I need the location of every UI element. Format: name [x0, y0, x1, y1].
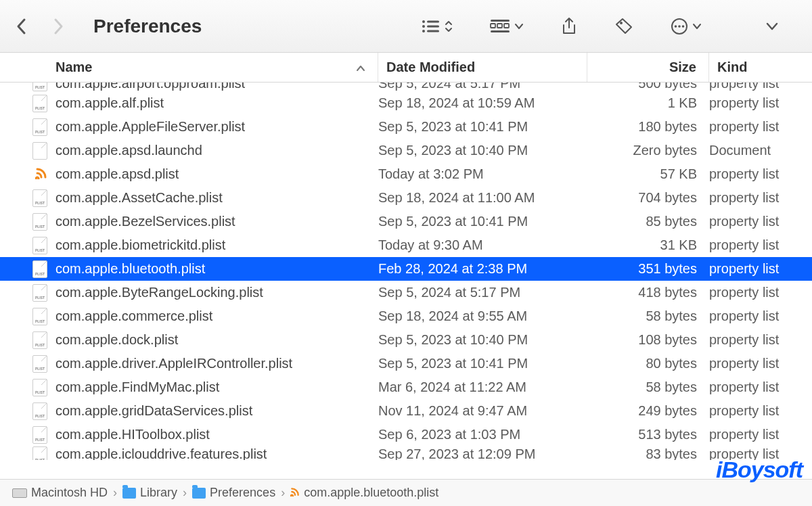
- row-icon: [0, 308, 55, 325]
- chevron-right-icon: [52, 18, 64, 35]
- svg-rect-9: [504, 24, 509, 28]
- row-icon: [0, 331, 55, 349]
- tag-button[interactable]: [614, 18, 633, 35]
- path-separator: ›: [113, 486, 117, 500]
- table-row[interactable]: com.apple.apsd.plistToday at 3:02 PM57 K…: [0, 162, 812, 186]
- file-size: 513 bytes: [587, 427, 709, 442]
- sort-ascending-icon: [356, 60, 365, 75]
- file-date: Sep 5, 2023 at 10:40 PM: [378, 143, 587, 158]
- table-row[interactable]: com.apple.HIToolbox.plistSep 6, 2023 at …: [0, 423, 812, 446]
- row-icon: [0, 284, 55, 302]
- chevron-left-icon: [16, 18, 28, 35]
- folder-icon: [122, 488, 136, 499]
- table-row[interactable]: com.apple.airport.opproam.plistSep 5, 20…: [0, 83, 812, 91]
- table-row[interactable]: com.apple.alf.plistSep 18, 2024 at 10:59…: [0, 91, 812, 115]
- row-icon: [0, 213, 55, 231]
- file-name: com.apple.iclouddrive.features.plist: [55, 446, 378, 460]
- table-row[interactable]: com.apple.FindMyMac.plistMar 6, 2024 at …: [0, 375, 812, 399]
- group-button[interactable]: [490, 19, 524, 34]
- column-date[interactable]: Date Modified: [378, 53, 587, 82]
- column-name-label: Name: [55, 60, 92, 75]
- row-icon: [0, 167, 55, 182]
- svg-rect-8: [497, 24, 502, 28]
- row-icon: [0, 426, 55, 444]
- table-row[interactable]: com.apple.BezelServices.plistSep 5, 2023…: [0, 210, 812, 233]
- file-size: 85 bytes: [587, 214, 709, 229]
- group-icon: [490, 19, 510, 34]
- overflow-button[interactable]: [766, 22, 778, 30]
- path-item[interactable]: Library: [122, 486, 177, 500]
- tag-icon: [614, 18, 633, 35]
- table-row[interactable]: com.apple.AssetCache.plistSep 18, 2024 a…: [0, 186, 812, 210]
- file-kind: property list: [709, 380, 812, 395]
- svg-rect-5: [427, 30, 439, 32]
- svg-rect-3: [427, 25, 439, 27]
- table-row[interactable]: com.apple.ByteRangeLocking.plistSep 5, 2…: [0, 281, 812, 304]
- path-item[interactable]: com.apple.bluetooth.plist: [290, 486, 438, 500]
- svg-point-11: [620, 22, 623, 24]
- row-icon: [0, 83, 55, 91]
- file-size: 58 bytes: [587, 308, 709, 324]
- table-row[interactable]: com.apple.biometrickitd.plistToday at 9:…: [0, 233, 812, 257]
- forward-button[interactable]: [50, 18, 66, 34]
- back-button[interactable]: [14, 18, 30, 34]
- path-label: Library: [140, 486, 177, 500]
- file-kind: property list: [709, 427, 812, 442]
- share-button[interactable]: [561, 17, 577, 36]
- folder-icon: [192, 488, 206, 499]
- file-size: 351 bytes: [587, 261, 709, 277]
- file-name: com.apple.commerce.plist: [55, 308, 378, 324]
- file-date: Sep 18, 2024 at 10:59 AM: [378, 95, 587, 111]
- chevron-down-icon: [766, 22, 778, 30]
- table-row[interactable]: com.apple.iclouddrive.features.plistSep …: [0, 446, 812, 460]
- table-row[interactable]: com.apple.driver.AppleIRController.plist…: [0, 352, 812, 375]
- file-date: Today at 3:02 PM: [378, 166, 587, 182]
- path-bar[interactable]: Macintosh HD›Library›Preferences›com.app…: [0, 479, 812, 506]
- file-icon: [32, 331, 47, 349]
- svg-point-13: [675, 25, 677, 28]
- table-row[interactable]: com.apple.AppleFileServer.plistSep 5, 20…: [0, 115, 812, 139]
- file-list[interactable]: com.apple.airport.opproam.plistSep 5, 20…: [0, 83, 812, 479]
- file-size: 108 bytes: [587, 332, 709, 348]
- file-date: Sep 27, 2023 at 12:09 PM: [378, 446, 587, 460]
- file-name: com.apple.dock.plist: [55, 332, 378, 348]
- path-item[interactable]: Preferences: [192, 486, 275, 500]
- table-row[interactable]: com.apple.gridDataServices.plistNov 11, …: [0, 399, 812, 423]
- column-name[interactable]: Name: [0, 53, 378, 82]
- row-icon: [0, 237, 55, 254]
- toolbar: Preferences: [0, 0, 812, 53]
- file-size: 31 KB: [587, 237, 709, 253]
- file-icon: [32, 260, 47, 278]
- file-date: Sep 18, 2024 at 9:55 AM: [378, 308, 587, 324]
- chevron-down-icon: [692, 23, 702, 30]
- svg-rect-7: [491, 24, 495, 28]
- file-name: com.apple.FindMyMac.plist: [55, 380, 378, 395]
- path-item[interactable]: Macintosh HD: [12, 486, 108, 500]
- column-size[interactable]: Size: [587, 53, 709, 82]
- column-kind[interactable]: Kind: [709, 53, 812, 82]
- file-name: com.apple.apsd.launchd: [55, 143, 378, 158]
- file-name: com.apple.apsd.plist: [55, 166, 378, 182]
- file-name: com.apple.HIToolbox.plist: [55, 427, 378, 442]
- file-size: 1 KB: [587, 95, 709, 111]
- table-row[interactable]: com.apple.apsd.launchdSep 5, 2023 at 10:…: [0, 139, 812, 162]
- file-date: Sep 5, 2023 at 10:41 PM: [378, 119, 587, 135]
- file-kind: property list: [709, 261, 812, 277]
- svg-rect-1: [427, 20, 439, 22]
- file-size: 57 KB: [587, 166, 709, 182]
- window-title: Preferences: [93, 16, 202, 37]
- action-button[interactable]: [671, 18, 702, 35]
- file-kind: property list: [709, 95, 812, 111]
- updown-icon: [445, 19, 453, 34]
- table-row[interactable]: com.apple.bluetooth.plistFeb 28, 2024 at…: [0, 257, 812, 281]
- file-size: 418 bytes: [587, 285, 709, 300]
- row-icon: [0, 402, 55, 420]
- table-row[interactable]: com.apple.commerce.plistSep 18, 2024 at …: [0, 304, 812, 328]
- file-kind: property list: [709, 214, 812, 229]
- table-row[interactable]: com.apple.dock.plistSep 5, 2023 at 10:40…: [0, 328, 812, 352]
- file-icon: [32, 213, 47, 231]
- file-name: com.apple.BezelServices.plist: [55, 214, 378, 229]
- view-list-button[interactable]: [422, 19, 453, 34]
- column-date-label: Date Modified: [386, 60, 475, 75]
- file-size: 83 bytes: [587, 446, 709, 460]
